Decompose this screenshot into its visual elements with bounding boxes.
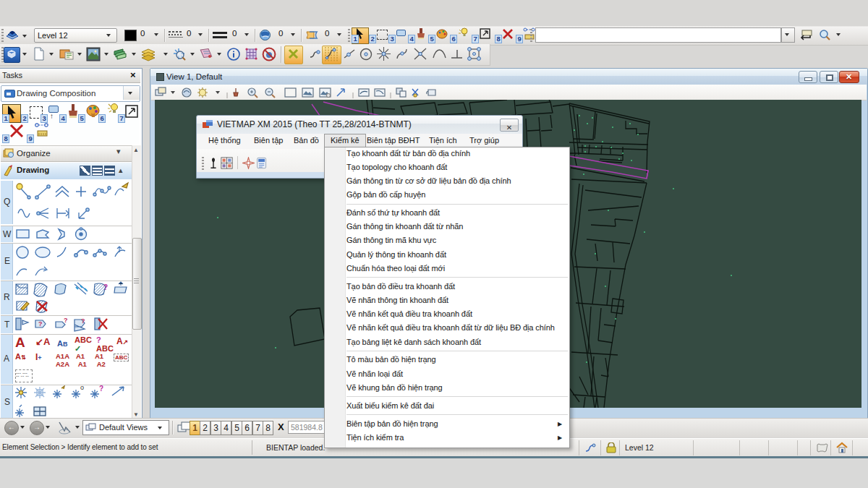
- svg-text:o: o: [80, 385, 84, 391]
- svg-text:?: ?: [64, 317, 68, 324]
- svg-text:?: ?: [103, 283, 108, 291]
- svg-text:?: ?: [81, 317, 85, 325]
- svg-text:?: ?: [38, 320, 43, 328]
- svg-text:?: ?: [99, 385, 103, 393]
